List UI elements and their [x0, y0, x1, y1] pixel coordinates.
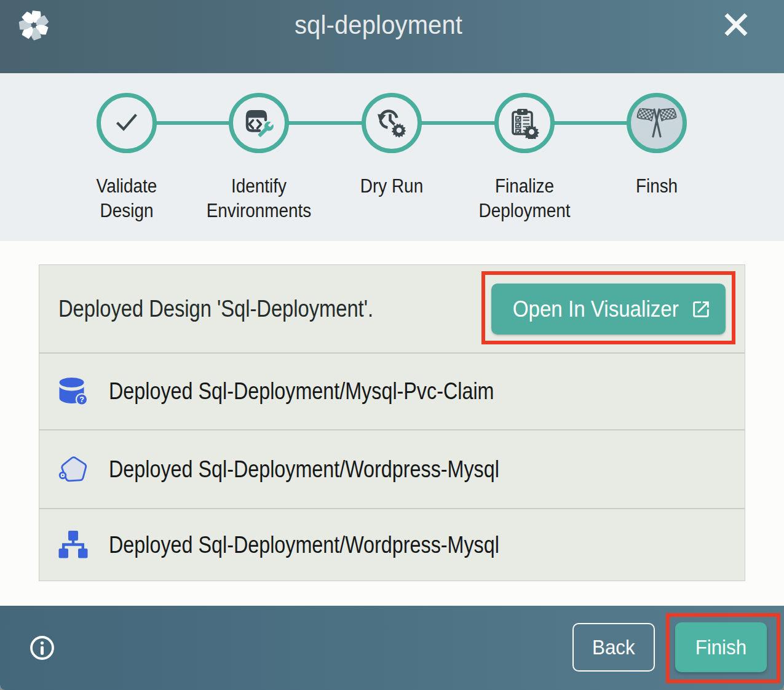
deployed-resource-row: Deployed Sql-Deployment/Wordpress-Mysql: [39, 509, 745, 581]
deployed-design-row: Deployed Design 'Sql-Deployment'. Open I…: [39, 265, 745, 352]
check-icon: [111, 108, 142, 138]
finish-button-label: Finish: [695, 635, 746, 659]
step-label: Finalize Deployment: [469, 174, 580, 223]
deployed-resource-row: ? Deployed Sql-Deployment/Mysql-Pvc-Clai…: [39, 354, 745, 429]
deployed-resource-row: Deployed Sql-Deployment/Wordpress-Mysql: [39, 430, 745, 508]
step-finish: Finsh: [590, 73, 723, 241]
modal-title: sql-deployment: [19, 10, 738, 40]
modal-footer: Back Finish: [0, 606, 784, 690]
code-window-wrench-icon: [243, 107, 275, 139]
step-label: Finsh: [601, 174, 712, 199]
clipboard-gear-icon: [509, 107, 540, 139]
modal-header: sql-deployment: [0, 0, 784, 73]
step-label: Identify Environments: [204, 174, 314, 223]
steps-row: Validate Design Identify Enviro: [60, 73, 723, 241]
step-label: Dry Run: [336, 174, 447, 199]
step-circle-finalize: [494, 93, 555, 153]
svg-text:?: ?: [79, 395, 84, 404]
history-gear-icon: [376, 107, 408, 139]
step-circle-identify: [229, 93, 289, 153]
close-icon[interactable]: [724, 12, 748, 37]
step-circle-dry-run: [362, 93, 422, 153]
checkered-flags-icon: [636, 108, 678, 138]
deployment-results: Deployed Design 'Sql-Deployment'. Open I…: [0, 241, 784, 606]
database-icon: ?: [58, 377, 88, 406]
step-circle-validate: [97, 93, 157, 153]
step-circle-finish: [627, 93, 687, 153]
deployed-resource-text: Deployed Sql-Deployment/Mysql-Pvc-Claim: [109, 378, 494, 405]
topology-icon: [58, 530, 88, 560]
deployment-stepper: Validate Design Identify Enviro: [0, 73, 784, 241]
deployed-design-text: Deployed Design 'Sql-Deployment'.: [58, 296, 373, 322]
step-dry-run: Dry Run: [325, 73, 458, 241]
deployed-resource-text: Deployed Sql-Deployment/Wordpress-Mysql: [109, 532, 499, 558]
step-label: Validate Design: [71, 174, 182, 223]
result-list: Deployed Design 'Sql-Deployment'. Open I…: [39, 264, 745, 581]
open-in-visualizer-button[interactable]: Open In Visualizer: [491, 284, 726, 335]
deployed-resource-text: Deployed Sql-Deployment/Wordpress-Mysql: [109, 456, 499, 483]
step-finalize-deployment: Finalize Deployment: [458, 73, 591, 241]
back-button[interactable]: Back: [572, 623, 655, 672]
deployment-wizard-modal: sql-deployment Validate Design: [0, 0, 784, 690]
info-icon[interactable]: [30, 635, 55, 660]
open-external-icon: [691, 299, 711, 320]
step-validate-design: Validate Design: [60, 73, 193, 241]
finish-button[interactable]: Finish: [675, 622, 767, 672]
back-button-label: Back: [592, 635, 635, 659]
component-pentagon-icon: [58, 454, 88, 484]
open-in-visualizer-label: Open In Visualizer: [512, 296, 678, 322]
step-identify-environments: Identify Environments: [193, 73, 326, 241]
